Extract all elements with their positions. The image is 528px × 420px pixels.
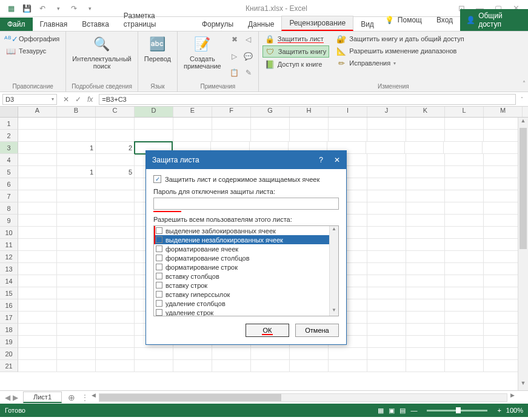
permission-item[interactable]: вставку строк [154, 281, 338, 290]
cell-A14[interactable] [18, 275, 57, 287]
cell-M1[interactable] [484, 118, 523, 130]
cell-K17[interactable] [406, 312, 445, 324]
permission-item[interactable]: выделение заблокированных ячеек [154, 226, 338, 235]
show-all-comments-icon[interactable]: 📋 [229, 67, 241, 79]
cell-J1[interactable] [367, 118, 406, 130]
new-sheet-button[interactable]: ⊕ [62, 393, 81, 402]
cell-A8[interactable] [18, 202, 57, 215]
cell-K4[interactable] [406, 154, 445, 166]
cell-K1[interactable] [406, 118, 445, 130]
cell-A17[interactable] [18, 312, 57, 324]
cell-A10[interactable] [18, 227, 57, 239]
translate-button[interactable]: 🔤 Перевод [142, 33, 173, 64]
cell-M19[interactable] [484, 336, 523, 348]
cell-H20[interactable] [290, 348, 329, 360]
cell-B16[interactable] [57, 299, 96, 312]
password-input[interactable] [153, 198, 339, 210]
cell-F1[interactable] [212, 118, 251, 130]
select-all-corner[interactable] [0, 107, 18, 117]
cell-J19[interactable] [367, 336, 406, 348]
cell-L13[interactable] [445, 263, 484, 275]
scroll-up-icon[interactable]: ▲ [330, 226, 338, 235]
cell-D20[interactable] [135, 348, 173, 360]
column-header-I[interactable]: I [329, 107, 367, 117]
tab-file[interactable]: Файл [0, 18, 33, 31]
cell-L12[interactable] [445, 251, 484, 263]
cell-L15[interactable] [445, 287, 484, 299]
cell-D1[interactable] [135, 118, 173, 130]
tab-data[interactable]: Данные [241, 18, 281, 31]
row-header[interactable]: 20 [0, 348, 18, 360]
tab-home[interactable]: Главная [33, 18, 75, 31]
cell-A1[interactable] [18, 118, 57, 130]
cell-M8[interactable] [484, 202, 523, 215]
cell-A6[interactable] [18, 178, 57, 190]
cell-B3[interactable]: 1 [57, 142, 96, 154]
cell-A4[interactable] [18, 154, 57, 166]
column-header-C[interactable]: C [96, 107, 135, 117]
protect-checkbox[interactable]: ✓ [153, 175, 161, 183]
cell-B20[interactable] [57, 348, 96, 360]
cell-C11[interactable] [96, 239, 135, 251]
permission-checkbox[interactable] [156, 282, 162, 288]
permission-item[interactable]: форматирование ячеек [154, 244, 338, 253]
cell-M4[interactable] [484, 154, 523, 166]
cell-A9[interactable] [18, 215, 57, 227]
thesaurus-button[interactable]: 📖Тезаурус [4, 45, 62, 56]
cell-A12[interactable] [18, 251, 57, 263]
cell-B8[interactable] [57, 202, 96, 215]
cell-L21[interactable] [445, 360, 484, 372]
cell-G2[interactable] [251, 130, 290, 142]
expand-formula-icon[interactable]: ˅ [518, 96, 526, 102]
cell-K10[interactable] [406, 227, 445, 239]
zoom-knob[interactable] [456, 407, 461, 413]
permission-item[interactable]: вставку гиперссылок [154, 290, 338, 299]
next-comment-icon[interactable]: ▷ [229, 50, 241, 62]
cell-L3[interactable] [444, 142, 483, 154]
cell-A11[interactable] [18, 239, 57, 251]
cell-H21[interactable] [290, 360, 329, 372]
sheet-nav-next-icon[interactable]: ▶ [13, 393, 18, 402]
tab-view[interactable]: Вид [353, 18, 381, 31]
cell-K8[interactable] [406, 202, 445, 215]
cell-J12[interactable] [367, 251, 406, 263]
permission-checkbox[interactable] [156, 273, 162, 279]
tab-formulas[interactable]: Формулы [195, 18, 241, 31]
allow-ranges-button[interactable]: 📐Разрешить изменение диапазонов [334, 45, 466, 56]
cell-J16[interactable] [367, 299, 406, 312]
new-comment-button[interactable]: 📝 Создать примечание [181, 33, 224, 82]
cell-L4[interactable] [445, 154, 484, 166]
smart-lookup-button[interactable]: 🔍 Интеллектуальный поиск [70, 33, 133, 71]
dialog-titlebar[interactable]: Защита листа ?✕ [146, 151, 346, 169]
cell-J7[interactable] [367, 190, 406, 202]
save-icon[interactable]: 💾 [22, 4, 32, 13]
permission-item[interactable]: удаление строк [154, 308, 338, 316]
dialog-help-icon[interactable]: ? [319, 156, 323, 164]
cell-F20[interactable] [212, 348, 251, 360]
row-header[interactable]: 19 [0, 336, 18, 348]
vertical-scrollbar[interactable]: ▲ ▼ [518, 118, 528, 390]
cell-C16[interactable] [96, 299, 135, 312]
cell-I20[interactable] [329, 348, 367, 360]
cell-M9[interactable] [484, 215, 523, 227]
cell-J15[interactable] [367, 287, 406, 299]
cell-C17[interactable] [96, 312, 135, 324]
row-header[interactable]: 12 [0, 251, 18, 263]
permission-checkbox[interactable] [156, 291, 162, 298]
show-ink-icon[interactable]: ✎ [242, 67, 255, 79]
cell-J8[interactable] [367, 202, 406, 215]
cell-M17[interactable] [484, 312, 523, 324]
cell-B18[interactable] [57, 324, 96, 336]
cell-C4[interactable] [96, 154, 135, 166]
view-page-layout-icon[interactable]: ▣ [389, 407, 395, 415]
cell-M5[interactable] [484, 166, 523, 178]
cell-C5[interactable]: 5 [96, 166, 135, 178]
cell-C20[interactable] [96, 348, 135, 360]
row-header[interactable]: 11 [0, 239, 18, 251]
sheet-tab-active[interactable]: Лист1 [23, 392, 62, 403]
scroll-right-icon[interactable]: ▶ [507, 392, 518, 402]
zoom-out-icon[interactable]: ― [410, 407, 417, 414]
cell-A21[interactable] [18, 360, 57, 372]
cell-C13[interactable] [96, 263, 135, 275]
protect-workbook-button[interactable]: 🛡Защитить книгу [262, 45, 330, 58]
